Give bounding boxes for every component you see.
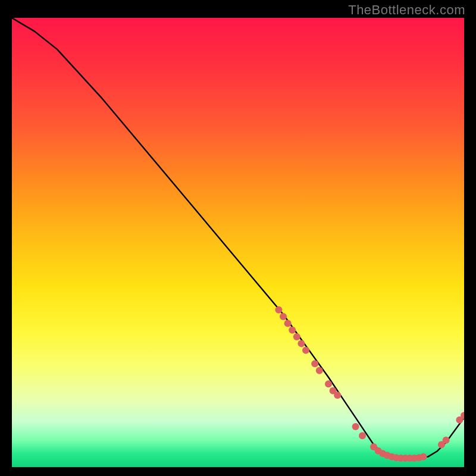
data-dot (289, 327, 296, 334)
data-dot (325, 380, 332, 387)
data-dot (420, 453, 427, 461)
data-dot (316, 367, 323, 374)
data-dot (293, 333, 300, 340)
data-dot (352, 423, 359, 430)
watermark-text: TheBottleneck.com (348, 2, 465, 18)
plot-area (12, 18, 464, 467)
curve-svg (12, 18, 464, 467)
curve-path (12, 18, 464, 458)
data-dot (302, 347, 309, 354)
data-dot (443, 437, 450, 444)
data-dot (298, 340, 305, 347)
data-dot (275, 306, 282, 314)
data-dot (334, 392, 341, 399)
chart-stage: TheBottleneck.com (0, 0, 476, 476)
data-dot (311, 360, 318, 367)
data-dot (359, 432, 366, 439)
data-dot (280, 313, 287, 320)
data-dot (284, 320, 292, 327)
